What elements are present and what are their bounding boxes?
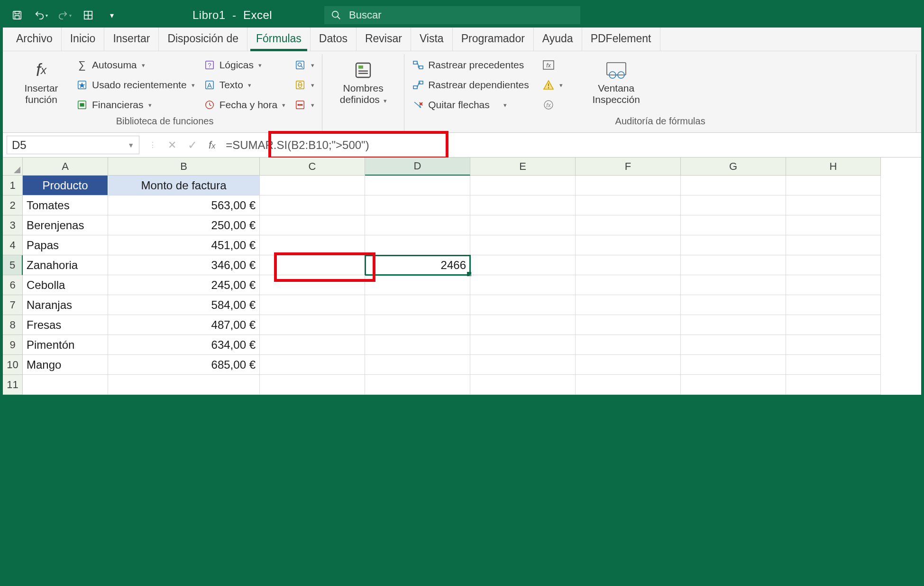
cell-C10[interactable] <box>260 355 365 375</box>
tab-inicio[interactable]: Inicio <box>62 28 105 51</box>
cell-B5[interactable]: 346,00 € <box>108 255 260 275</box>
lookup-ref-button[interactable]: ▾ <box>294 57 314 73</box>
cell-G6[interactable] <box>681 275 786 295</box>
cell-F8[interactable] <box>576 315 681 335</box>
undo-button[interactable]: ▾ <box>31 7 50 24</box>
cell-B2[interactable]: 563,00 € <box>108 195 260 215</box>
cell-F11[interactable] <box>576 375 681 395</box>
search-box[interactable]: Buscar <box>324 6 580 24</box>
evaluate-formula-button[interactable]: fx <box>542 97 563 113</box>
row-header-3[interactable]: 3 <box>3 215 23 235</box>
cell-D1[interactable] <box>365 176 470 195</box>
cell-D5-result[interactable]: 2466 <box>365 255 470 275</box>
cell-D9[interactable] <box>365 335 470 355</box>
cell-C4[interactable] <box>260 235 365 255</box>
spreadsheet-grid[interactable]: ABCDEFGH1ProductoMonto de factura2Tomate… <box>3 158 921 395</box>
more-functions-button[interactable]: ▾ <box>294 97 314 113</box>
cell-B10[interactable]: 685,00 € <box>108 355 260 375</box>
cell-B9[interactable]: 634,00 € <box>108 335 260 355</box>
cell-A2[interactable]: Tomates <box>23 195 108 215</box>
cell-A3[interactable]: Berenjenas <box>23 215 108 235</box>
cell-F5[interactable] <box>576 255 681 275</box>
cell-E3[interactable] <box>470 215 576 235</box>
cancel-formula-button[interactable]: ✕ <box>168 139 176 151</box>
cell-C11[interactable] <box>260 375 365 395</box>
cell-B3[interactable]: 250,00 € <box>108 215 260 235</box>
cell-H11[interactable] <box>786 375 881 395</box>
cell-E1[interactable] <box>470 176 576 195</box>
cell-H9[interactable] <box>786 335 881 355</box>
cell-C9[interactable] <box>260 335 365 355</box>
cell-D3[interactable] <box>365 215 470 235</box>
cell-E10[interactable] <box>470 355 576 375</box>
cell-H10[interactable] <box>786 355 881 375</box>
cell-H5[interactable] <box>786 255 881 275</box>
cell-C7[interactable] <box>260 295 365 315</box>
row-header-1[interactable]: 1 <box>3 176 23 195</box>
tab-pdfelement[interactable]: PDFelement <box>582 28 660 51</box>
row-header-11[interactable]: 11 <box>3 375 23 395</box>
row-header-2[interactable]: 2 <box>3 195 23 215</box>
cell-G7[interactable] <box>681 295 786 315</box>
trace-dependents-button[interactable]: Rastrear dependientes <box>412 77 529 93</box>
col-header-C[interactable]: C <box>260 158 365 176</box>
cell-C8[interactable] <box>260 315 365 335</box>
cell-E4[interactable] <box>470 235 576 255</box>
col-header-E[interactable]: E <box>470 158 576 176</box>
cell-C3[interactable] <box>260 215 365 235</box>
cell-G4[interactable] <box>681 235 786 255</box>
col-header-H[interactable]: H <box>786 158 881 176</box>
customize-qat-button[interactable] <box>79 7 98 24</box>
qat-overflow-button[interactable]: ▾ <box>102 7 121 24</box>
cell-A10[interactable]: Mango <box>23 355 108 375</box>
cell-E9[interactable] <box>470 335 576 355</box>
cell-G1[interactable] <box>681 176 786 195</box>
cell-F4[interactable] <box>576 235 681 255</box>
cell-A1[interactable]: Producto <box>23 176 108 195</box>
math-trig-button[interactable]: ▾ <box>294 77 314 93</box>
cell-E2[interactable] <box>470 195 576 215</box>
financial-button[interactable]: Financieras▾ <box>76 97 195 113</box>
cell-E5[interactable] <box>470 255 576 275</box>
select-all-corner[interactable] <box>3 158 23 176</box>
cell-D11[interactable] <box>365 375 470 395</box>
cell-D7[interactable] <box>365 295 470 315</box>
cell-C2[interactable] <box>260 195 365 215</box>
cell-A5[interactable]: Zanahoria <box>23 255 108 275</box>
cell-C5[interactable] <box>260 255 365 275</box>
cell-G3[interactable] <box>681 215 786 235</box>
cell-F3[interactable] <box>576 215 681 235</box>
cell-G5[interactable] <box>681 255 786 275</box>
tab-vista[interactable]: Vista <box>411 28 453 51</box>
col-header-G[interactable]: G <box>681 158 786 176</box>
cell-D6[interactable] <box>365 275 470 295</box>
tab-programador[interactable]: Programador <box>453 28 534 51</box>
row-header-5[interactable]: 5 <box>3 255 23 275</box>
tab-insertar[interactable]: Insertar <box>104 28 159 51</box>
cell-G10[interactable] <box>681 355 786 375</box>
datetime-button[interactable]: Fecha y hora▾ <box>203 97 286 113</box>
insert-function-button[interactable]: fx Insertar función <box>15 57 67 105</box>
cell-C6[interactable] <box>260 275 365 295</box>
tab-datos[interactable]: Datos <box>311 28 357 51</box>
show-formulas-button[interactable]: fx <box>542 57 563 73</box>
cell-B4[interactable]: 451,00 € <box>108 235 260 255</box>
cell-D8[interactable] <box>365 315 470 335</box>
cell-F1[interactable] <box>576 176 681 195</box>
cell-A8[interactable]: Fresas <box>23 315 108 335</box>
row-header-7[interactable]: 7 <box>3 295 23 315</box>
cell-G11[interactable] <box>681 375 786 395</box>
defined-names-button[interactable]: Nombres definidos ▾ <box>330 57 396 105</box>
redo-button[interactable]: ▾ <box>55 7 74 24</box>
cell-E6[interactable] <box>470 275 576 295</box>
enter-formula-button[interactable]: ✓ <box>188 139 197 152</box>
cell-A11[interactable] <box>23 375 108 395</box>
cell-C1[interactable] <box>260 176 365 195</box>
cell-D4[interactable] <box>365 235 470 255</box>
col-header-D[interactable]: D <box>365 158 470 176</box>
error-checking-button[interactable]: ▾ <box>542 77 563 93</box>
text-button[interactable]: A Texto▾ <box>203 77 286 93</box>
cell-F9[interactable] <box>576 335 681 355</box>
cell-H4[interactable] <box>786 235 881 255</box>
cell-F10[interactable] <box>576 355 681 375</box>
